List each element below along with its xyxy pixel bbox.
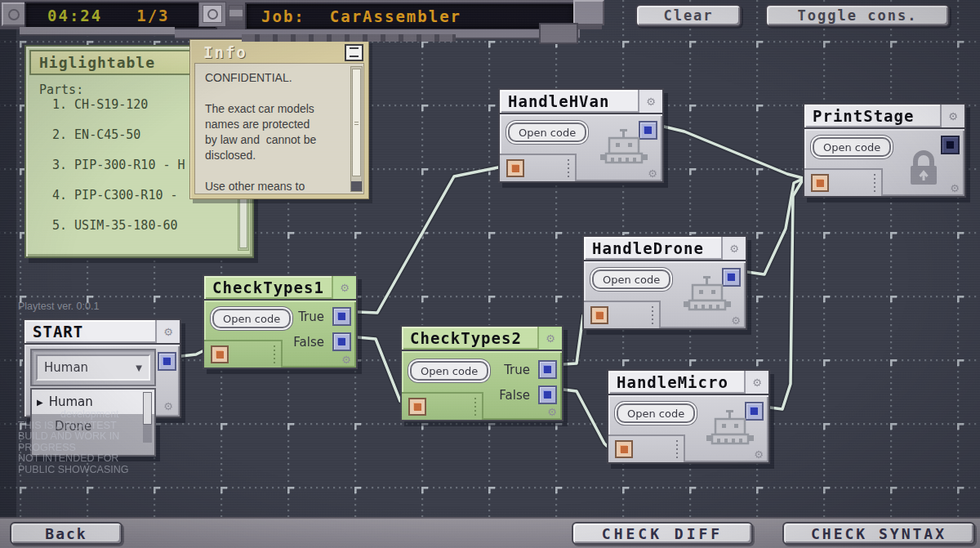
info-window-body: CONFIDENTIAL. The exact car models names… xyxy=(194,63,364,194)
check-syntax-button[interactable]: CHECK SYNTAX xyxy=(782,522,975,545)
gear-icon[interactable]: ⚙ xyxy=(948,111,958,122)
open-code-button[interactable]: Open code xyxy=(813,137,891,157)
back-button[interactable]: Back xyxy=(10,522,122,545)
dropdown-scrollbar-thumb[interactable] xyxy=(143,392,152,425)
node-title: CheckTypes2 xyxy=(402,327,537,350)
type-dropdown-list: ▶ Human Drone xyxy=(30,388,156,457)
open-code-button[interactable]: Open code xyxy=(508,123,586,142)
info-text-line: disclosed. xyxy=(205,148,342,163)
parts-heading: Parts: xyxy=(39,82,83,97)
dropdown-option-drone[interactable]: Drone xyxy=(32,414,154,439)
info-text-line xyxy=(205,86,342,101)
job-display: Job: CarAssembler xyxy=(245,2,575,30)
robot-icon xyxy=(682,276,733,315)
game-screen: 04:24 1/3 Job: CarAssembler Clear Toggle… xyxy=(0,0,980,548)
open-code-button[interactable]: Open code xyxy=(592,270,670,289)
node-handlehvan: HandleHVan ⚙ Open code ⚙ xyxy=(498,88,664,183)
port-input[interactable] xyxy=(590,306,608,324)
input-section xyxy=(804,168,883,196)
machine-decoration: 04:24 1/3 Job: CarAssembler xyxy=(0,0,602,42)
node-settings[interactable]: ⚙ xyxy=(744,371,768,394)
toggle-console-button[interactable]: Toggle cons. xyxy=(765,4,950,27)
check-diff-button[interactable]: CHECK DIFF xyxy=(572,522,753,545)
port-output[interactable] xyxy=(941,136,960,154)
node-title: PrintStage xyxy=(804,105,940,127)
node-handledrone: HandleDrone ⚙ Open code ⚙ xyxy=(582,235,747,330)
input-section xyxy=(402,392,483,420)
machine-cap xyxy=(573,0,604,25)
part-item[interactable]: 2. EN-C45-50 xyxy=(52,127,140,142)
gear-icon[interactable]: ⚙ xyxy=(731,315,741,326)
robot-icon xyxy=(705,410,755,449)
node-handledrone-titlebar[interactable]: HandleDrone ⚙ xyxy=(582,235,747,261)
gear-icon[interactable]: ⚙ xyxy=(547,407,557,417)
port-input[interactable] xyxy=(506,159,524,177)
port-input[interactable] xyxy=(811,174,829,192)
clear-button[interactable]: Clear xyxy=(635,4,742,27)
part-item[interactable]: 4. PIP-C300-R10 - xyxy=(52,188,178,203)
input-section xyxy=(500,154,577,181)
input-section xyxy=(204,340,283,368)
node-handlemicro-body: Open code ⚙ xyxy=(607,395,770,464)
input-section xyxy=(608,434,685,462)
port-output-false[interactable] xyxy=(332,332,351,351)
gear-icon[interactable]: ⚙ xyxy=(163,401,173,412)
type-dropdown[interactable]: Human ▼ xyxy=(30,349,156,386)
gear-icon[interactable]: ⚙ xyxy=(646,96,656,107)
machine-rail xyxy=(20,27,175,36)
port-output-false[interactable] xyxy=(538,385,557,404)
open-code-button[interactable]: Open code xyxy=(410,361,488,381)
dropdown-scrollbar[interactable] xyxy=(143,392,152,443)
gear-icon[interactable]: ⚙ xyxy=(729,243,739,254)
machine-knob xyxy=(2,2,26,26)
minimize-icon[interactable] xyxy=(345,44,363,61)
gear-icon[interactable]: ⚙ xyxy=(340,283,350,293)
node-printstage-titlebar[interactable]: PrintStage ⚙ xyxy=(803,103,966,129)
dropdown-option-label: Drone xyxy=(55,419,91,434)
port-input[interactable] xyxy=(408,398,426,416)
node-checktypes1: CheckTypes1 ⚙ Open code True False ⚙ xyxy=(203,274,358,369)
gear-icon[interactable]: ⚙ xyxy=(341,354,351,365)
gear-icon[interactable]: ⚙ xyxy=(950,183,960,194)
node-title: CheckTypes1 xyxy=(204,276,332,299)
port-input[interactable] xyxy=(211,345,229,363)
node-start-titlebar[interactable]: START ⚙ xyxy=(23,319,181,345)
node-settings[interactable]: ⚙ xyxy=(721,237,746,260)
dropdown-option-human[interactable]: ▶ Human xyxy=(32,390,154,414)
node-settings[interactable]: ⚙ xyxy=(940,105,964,127)
node-settings[interactable]: ⚙ xyxy=(332,276,356,299)
info-scrollbar-down-button[interactable] xyxy=(351,181,362,191)
info-window-header[interactable]: Info xyxy=(190,40,368,63)
part-item[interactable]: 5. USIM-35-180-60 xyxy=(52,218,178,233)
node-handlehvan-titlebar[interactable]: HandleHVan ⚙ xyxy=(498,88,664,114)
type-dropdown-field[interactable]: Human ▼ xyxy=(36,354,150,381)
node-title: HandleDrone xyxy=(584,237,721,260)
output-true-label: True xyxy=(504,363,530,377)
output-true-label: True xyxy=(298,310,324,324)
node-settings[interactable]: ⚙ xyxy=(155,320,180,343)
open-code-button[interactable]: Open code xyxy=(617,403,695,423)
node-handlemicro-titlebar[interactable]: HandleMicro ⚙ xyxy=(607,369,770,395)
port-output[interactable] xyxy=(158,352,176,371)
part-item[interactable]: 1. CH-S19-120 xyxy=(52,97,148,112)
node-checktypes1-titlebar[interactable]: CheckTypes1 ⚙ xyxy=(203,274,358,301)
open-code-button[interactable]: Open code xyxy=(212,309,291,328)
part-item[interactable]: 3. PIP-300-R10 - H xyxy=(52,158,185,172)
resize-dots-icon xyxy=(474,398,476,416)
gear-icon[interactable]: ⚙ xyxy=(648,168,657,179)
port-output-true[interactable] xyxy=(538,360,557,379)
node-start-body: Human ▼ ⚙ ▶ Human Drone xyxy=(23,345,181,418)
node-settings[interactable]: ⚙ xyxy=(638,90,662,113)
node-title: HandleMicro xyxy=(608,371,744,394)
node-checktypes2-titlebar[interactable]: CheckTypes2 ⚙ xyxy=(400,325,564,351)
info-scrollbar-thumb[interactable] xyxy=(352,69,361,176)
port-input[interactable] xyxy=(615,440,633,458)
gear-icon[interactable]: ⚙ xyxy=(163,327,173,337)
selected-arrow-icon: ▶ xyxy=(37,398,43,407)
gear-icon[interactable]: ⚙ xyxy=(546,333,555,344)
gear-icon[interactable]: ⚙ xyxy=(754,449,764,460)
port-output-true[interactable] xyxy=(332,307,351,326)
gear-icon[interactable]: ⚙ xyxy=(752,377,762,388)
info-scrollbar[interactable] xyxy=(350,66,363,192)
node-settings[interactable]: ⚙ xyxy=(537,327,562,350)
